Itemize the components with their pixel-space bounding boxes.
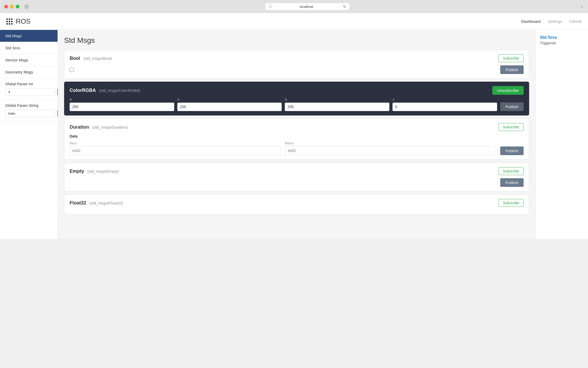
color-rgba-title: ColorRGBA <box>70 88 96 93</box>
sidebar-item-std-srvs[interactable]: Std Srvs <box>0 42 58 54</box>
color-b-label: B <box>285 98 389 102</box>
content-area: Std Msgs Bool (std_msgs/Bool) Subscribe … <box>58 30 535 239</box>
page-title: Std Msgs <box>64 36 529 45</box>
color-rgba-publish-button[interactable]: Publish <box>500 102 524 111</box>
global-param-string-section: Global Param String Set <box>0 100 58 121</box>
traffic-light-minimize[interactable] <box>10 5 14 8</box>
address-text: localhost <box>300 5 313 9</box>
nav-dashboard[interactable]: Dashboard <box>521 19 540 24</box>
bool-card: Bool (std_msgs/Bool) Subscribe Publish <box>64 50 529 78</box>
right-panel-title[interactable]: Std Srvs <box>540 35 584 40</box>
float32-type: (std_msgs/Float32) <box>89 201 123 205</box>
float32-subscribe-button[interactable]: Subscribe <box>498 199 524 207</box>
logo-text: ROS <box>16 17 30 25</box>
color-b-input[interactable] <box>285 103 389 111</box>
traffic-light-close[interactable] <box>4 5 8 8</box>
color-r-field: R <box>70 98 174 111</box>
color-rgba-title-area: ColorRGBA (std_msgs/ColorRGBA) <box>70 88 140 93</box>
empty-type: (std_msgs/Empty) <box>87 169 119 174</box>
duration-publish-button[interactable]: Publish <box>500 146 524 155</box>
color-rgba-type: (std_msgs/ColorRGBA) <box>99 88 140 93</box>
empty-title: Empty <box>70 169 84 174</box>
float32-card: Float32 (std_msgs/Float32) Subscribe <box>64 194 529 214</box>
color-g-input[interactable] <box>177 103 282 111</box>
color-a-label: A <box>393 98 497 102</box>
empty-publish-button[interactable]: Publish <box>500 178 524 187</box>
sidebar-item-std-msgs[interactable]: Std Msgs <box>0 30 58 42</box>
color-g-field: G <box>177 98 282 111</box>
duration-subscribe-button[interactable]: Subscribe <box>498 123 524 131</box>
duration-nsecs-label: Nsecs <box>285 141 496 145</box>
duration-secs-label: Secs <box>70 141 281 145</box>
duration-type: (std_msgs/Duration) <box>92 125 128 129</box>
sidebar-item-sensor-msgs[interactable]: Sensor Msgs <box>0 54 58 66</box>
duration-data-label: Data <box>70 134 524 138</box>
duration-secs-input[interactable] <box>70 146 281 155</box>
address-bar[interactable]: ⓘ localhost ↻ <box>265 3 349 10</box>
duration-fields: Secs Nsecs Publish <box>70 141 524 155</box>
top-nav: ROS Dashboard Settings GitHub <box>0 13 588 30</box>
bool-title: Bool <box>70 56 80 61</box>
color-rgba-inputs: R G B A Publish <box>70 98 524 111</box>
duration-card: Duration (std_msgs/Duration) Subscribe D… <box>64 119 529 160</box>
duration-title: Duration <box>70 124 89 130</box>
right-panel-subtitle: Triggered. <box>540 41 584 45</box>
sidebar-toggle-icon[interactable]: ⊡ <box>25 4 29 9</box>
duration-nsecs-input[interactable] <box>285 146 496 155</box>
color-a-field: A <box>393 98 497 111</box>
color-a-input[interactable] <box>393 103 497 111</box>
info-icon: ⓘ <box>269 4 272 9</box>
empty-subscribe-button[interactable]: Subscribe <box>498 167 524 175</box>
nav-settings[interactable]: Settings <box>548 19 562 24</box>
global-param-int-label: Global Param Int <box>5 82 52 86</box>
empty-title-area: Empty (std_msgs/Empty) <box>70 169 119 174</box>
color-rgba-unsubscribe-button[interactable]: Unsubscribe <box>492 86 524 95</box>
bool-publish-button[interactable]: Publish <box>500 65 524 74</box>
float32-title-area: Float32 (std_msgs/Float32) <box>70 200 123 206</box>
bool-type: (std_msgs/Bool) <box>83 56 112 61</box>
sidebar-item-geometry-msgs[interactable]: Geometry Msgs <box>0 66 58 78</box>
window-expand-icon[interactable]: ＋ <box>580 4 584 9</box>
duration-secs-field: Secs <box>70 141 281 155</box>
global-param-string-input[interactable] <box>5 110 55 117</box>
nav-github[interactable]: GitHub <box>569 19 582 24</box>
bool-subscribe-button[interactable]: Subscribe <box>498 54 524 62</box>
color-b-field: B <box>285 98 389 111</box>
logo-grid-icon <box>6 18 13 25</box>
color-g-label: G <box>177 98 282 102</box>
color-rgba-card: ColorRGBA (std_msgs/ColorRGBA) Unsubscri… <box>64 82 529 115</box>
reload-button[interactable]: ↻ <box>343 4 346 9</box>
nav-links: Dashboard Settings GitHub <box>521 19 582 24</box>
duration-nsecs-field: Nsecs <box>285 141 496 155</box>
color-r-input[interactable] <box>70 103 174 111</box>
color-r-label: R <box>70 98 174 102</box>
logo-area: ROS <box>6 17 521 25</box>
sidebar: Std Msgs Std Srvs Sensor Msgs Geometry M… <box>0 30 58 239</box>
empty-card: Empty (std_msgs/Empty) Subscribe Publish <box>64 163 529 191</box>
right-panel: Std Srvs Triggered. <box>535 30 588 239</box>
bool-checkbox[interactable] <box>70 68 74 72</box>
global-param-int-input[interactable] <box>5 88 55 96</box>
duration-title-area: Duration (std_msgs/Duration) <box>70 124 128 130</box>
traffic-light-maximize[interactable] <box>16 5 19 8</box>
global-param-string-label: Global Param String <box>5 103 52 108</box>
float32-title: Float32 <box>70 200 86 206</box>
global-param-int-section: Global Param Int Set <box>0 78 58 100</box>
bool-title-area: Bool (std_msgs/Bool) <box>70 56 112 61</box>
